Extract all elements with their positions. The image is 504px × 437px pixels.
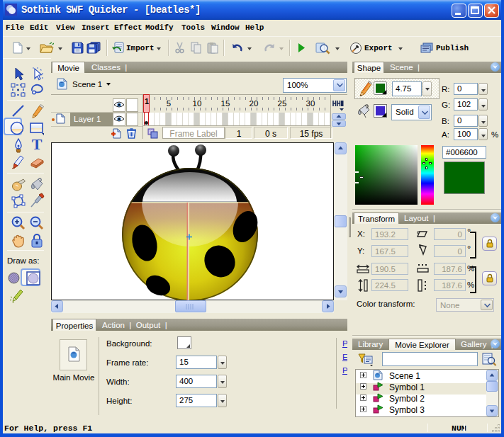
- svg-text:T: T: [32, 136, 43, 153]
